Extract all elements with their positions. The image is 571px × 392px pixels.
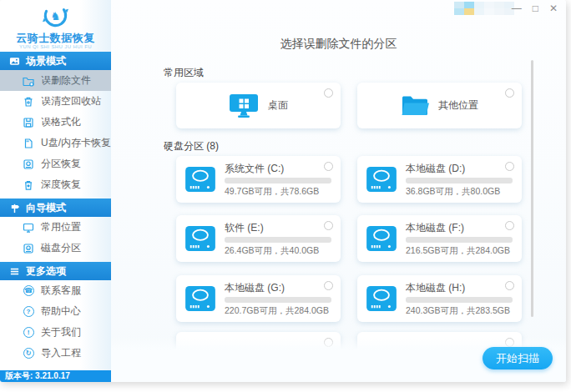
sidebar-item-import-project[interactable]: ↻ 导入工程 (0, 343, 111, 364)
sidebar-item-disk-partitions[interactable]: 磁盘分区 (0, 238, 111, 259)
sidebar-section-wizard-mode: 向导模式 (0, 199, 111, 217)
sidebar-section-scene-mode: 场景模式 (0, 52, 111, 70)
start-scan-button[interactable]: 开始扫描 (483, 347, 553, 369)
disk-name: 本地磁盘 (F:) (406, 221, 464, 235)
common-card-desktop[interactable]: 桌面 (176, 83, 341, 128)
section-label: 更多选项 (26, 264, 66, 279)
usage-bar (225, 297, 331, 303)
sidebar-item-deleted-files[interactable]: 误删除文件 (0, 70, 111, 91)
section-label: 场景模式 (26, 54, 66, 68)
disk-capacity: 26.4GB可用，共40.0GB (225, 245, 319, 257)
sidebar-item-common-locations[interactable]: 常用位置 (0, 217, 111, 238)
sidebar: ♞ 云骑士数据恢复 YUN QI SHI SHU JU HUI FU 场景模式 … (0, 0, 111, 382)
about-us-icon: ! (23, 327, 34, 339)
disk-card-d[interactable]: 本地磁盘 (D:) 36.8GB可用，共80.0GB (357, 156, 522, 203)
disk-name: 本地磁盘 (D:) (406, 162, 465, 176)
hard-disk-icon (366, 166, 397, 193)
more-options-icon (8, 265, 20, 277)
main-content: 选择误删除文件的分区 常用区域 桌面 其他位置 硬盘分区 (8) (111, 0, 566, 382)
other-location-folder-icon (401, 94, 429, 117)
svg-text:♞: ♞ (50, 10, 60, 23)
app-logo: ♞ 云骑士数据恢复 YUN QI SHI SHU JU HUI FU (0, 0, 111, 52)
radio-other-location[interactable] (505, 88, 514, 98)
sidebar-item-label: 误格式化 (41, 115, 81, 129)
brand-subtitle: YUN QI SHI SHU JU HUI FU (0, 44, 111, 49)
disk-card-e[interactable]: 软件 (E:) 26.4GB可用，共40.0GB (176, 215, 341, 262)
partitions-label: 硬盘分区 (8) (164, 139, 219, 153)
disk-capacity: 220.7GB可用，共284.0GB (225, 305, 329, 317)
hard-disk-icon (184, 166, 216, 193)
usage-bar (406, 297, 513, 303)
common-card-label: 其他位置 (438, 98, 478, 113)
disk-partition-icon (23, 243, 34, 254)
sidebar-item-label: 磁盘分区 (41, 241, 81, 255)
sidebar-item-label: 深度恢复 (41, 178, 81, 192)
hard-disk-icon (184, 225, 216, 252)
maximize-button[interactable]: □ (533, 3, 538, 14)
disk-name: 本地磁盘 (G:) (225, 281, 285, 295)
usage-bar (225, 178, 331, 183)
sidebar-item-label: 帮助中心 (41, 304, 81, 319)
recycle-bin-icon (23, 96, 34, 108)
hard-disk-icon (184, 285, 216, 312)
help-center-icon: ? (23, 306, 34, 318)
common-area-label: 常用区域 (164, 66, 204, 80)
sidebar-item-usb-memory-card[interactable]: U盘/内存卡恢复 (0, 133, 111, 153)
section-label: 向导模式 (26, 201, 66, 215)
contact-support-icon: ☎ (23, 285, 34, 297)
sidebar-item-deep-recovery[interactable]: 深度恢复 (0, 174, 111, 195)
common-location-icon (23, 222, 34, 234)
format-disk-icon (23, 117, 34, 128)
desktop-icon (229, 93, 259, 118)
scene-mode-icon (8, 55, 20, 67)
vertical-scrollbar[interactable] (531, 60, 533, 317)
sidebar-item-contact-support[interactable]: ☎ 联系客服 (0, 280, 111, 301)
disk-capacity: 36.8GB可用，共80.0GB (406, 186, 500, 198)
common-card-other-location[interactable]: 其他位置 (357, 83, 522, 128)
sidebar-item-label: 分区恢复 (41, 157, 81, 171)
sidebar-item-partition-recovery[interactable]: 分区恢复 (0, 153, 111, 174)
sidebar-item-help-center[interactable]: ? 帮助中心 (0, 301, 111, 322)
radio-disk-h[interactable] (505, 281, 514, 290)
radio-disk-g[interactable] (324, 281, 333, 290)
radio-desktop[interactable] (324, 88, 333, 98)
radio-disk-d[interactable] (505, 162, 514, 171)
memory-card-icon (23, 138, 34, 149)
hard-disk-icon (366, 285, 397, 312)
disk-card-f[interactable]: 本地磁盘 (F:) 216.5GB可用，共284.0GB (357, 215, 522, 262)
brand-name: 云骑士数据恢复 (0, 33, 111, 43)
sidebar-item-label: 常用位置 (41, 220, 81, 234)
hard-disk-icon (366, 225, 397, 252)
disk-name: 系统文件 (C:) (225, 162, 284, 176)
close-button[interactable]: ✕ (549, 3, 558, 14)
disk-capacity: 49.7GB可用，共78.6GB (225, 186, 319, 198)
deep-recovery-icon (23, 179, 34, 191)
disk-name: 本地磁盘 (H:) (406, 281, 465, 295)
usage-bar (406, 178, 513, 183)
minimize-button[interactable]: — (512, 3, 522, 14)
sidebar-item-label: 关于我们 (41, 325, 81, 339)
disk-card-g[interactable]: 本地磁盘 (G:) 220.7GB可用，共284.0GB (176, 275, 341, 322)
radio-disk-c[interactable] (324, 162, 333, 171)
window-controls: — □ ✕ (512, 3, 558, 14)
brand-logo-icon: ♞ (42, 2, 69, 29)
usage-bar (225, 237, 331, 243)
disk-name: 软件 (E:) (225, 221, 264, 235)
sidebar-item-label: 误删除文件 (41, 73, 91, 88)
disk-card-c[interactable]: 系统文件 (C:) 49.7GB可用，共78.6GB (176, 156, 341, 203)
disk-card-h[interactable]: 本地磁盘 (H:) 240.3GB可用，共283.5GB (357, 275, 522, 322)
sidebar-item-label: 联系客服 (41, 284, 81, 298)
wizard-mode-icon (8, 202, 20, 214)
sidebar-section-more-options: 更多选项 (0, 262, 111, 280)
sidebar-item-emptied-recycle-bin[interactable]: 误清空回收站 (0, 91, 111, 112)
common-card-label: 桌面 (268, 98, 288, 113)
partition-recovery-icon (23, 158, 34, 170)
radio-disk-f[interactable] (505, 221, 514, 230)
usage-bar (406, 237, 513, 243)
disk-capacity: 240.3GB可用，共283.5GB (406, 305, 510, 317)
blurred-region (454, 2, 514, 15)
sidebar-item-about-us[interactable]: ! 关于我们 (0, 322, 111, 343)
page-title: 选择误删除文件的分区 (111, 37, 566, 52)
radio-disk-e[interactable] (324, 221, 333, 230)
sidebar-item-formatted[interactable]: 误格式化 (0, 112, 111, 133)
